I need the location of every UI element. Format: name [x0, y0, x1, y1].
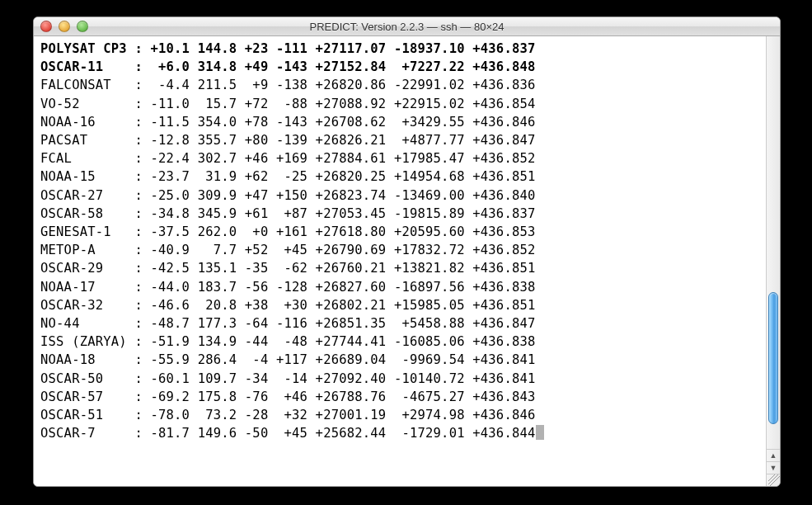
- table-row: OSCAR-7 : -81.7 149.6 -50 +45 +25682.44 …: [40, 424, 764, 442]
- scroll-thumb[interactable]: [768, 292, 778, 424]
- table-row: NO-44 : -48.7 177.3 -64 -116 +26851.35 +…: [40, 314, 764, 333]
- content-area: POLYSAT CP3 : +10.1 144.8 +23 -111 +2711…: [34, 36, 780, 486]
- table-row: ISS (ZARYA) : -51.9 134.9 -44 -48 +27744…: [40, 333, 764, 351]
- terminal-window: PREDICT: Version 2.2.3 — ssh — 80×24 POL…: [33, 17, 781, 487]
- table-row: FCAL : -22.4 302.7 +46 +169 +27884.61 +1…: [40, 149, 764, 168]
- window-title: PREDICT: Version 2.2.3 — ssh — 80×24: [34, 21, 780, 33]
- zoom-icon[interactable]: [77, 21, 88, 32]
- scroll-track[interactable]: [767, 36, 780, 449]
- table-row: METOP-A : -40.9 7.7 +52 +45 +26790.69 +1…: [40, 241, 764, 259]
- table-row: GENESAT-1 : -37.5 262.0 +0 +161 +27618.8…: [40, 223, 764, 241]
- resize-handle[interactable]: [767, 474, 780, 486]
- table-row: OSCAR-58 : -34.8 345.9 +61 +87 +27053.45…: [40, 205, 764, 223]
- scroll-down-icon[interactable]: ▼: [767, 461, 780, 474]
- table-row: OSCAR-29 : -42.5 135.1 -35 -62 +26760.21…: [40, 259, 764, 277]
- close-icon[interactable]: [40, 21, 52, 32]
- table-row: OSCAR-11 : +6.0 314.8 +49 -143 +27152.84…: [40, 58, 764, 76]
- table-row: NOAA-18 : -55.9 286.4 -4 +117 +26689.04 …: [40, 351, 764, 369]
- traffic-lights: [40, 21, 88, 32]
- table-row: NOAA-15 : -23.7 31.9 +62 -25 +26820.25 +…: [40, 168, 764, 186]
- table-row: OSCAR-57 : -69.2 175.8 -76 +46 +26788.76…: [40, 388, 764, 406]
- cursor: [536, 425, 544, 440]
- table-row: POLYSAT CP3 : +10.1 144.8 +23 -111 +2711…: [40, 40, 764, 58]
- scrollbar[interactable]: ▲ ▼: [766, 36, 780, 486]
- table-row: OSCAR-51 : -78.0 73.2 -28 +32 +27001.19 …: [40, 406, 764, 424]
- titlebar[interactable]: PREDICT: Version 2.2.3 — ssh — 80×24: [34, 17, 780, 36]
- table-row: OSCAR-32 : -46.6 20.8 +38 +30 +26802.21 …: [40, 296, 764, 314]
- scroll-up-icon[interactable]: ▲: [767, 449, 780, 461]
- table-row: OSCAR-50 : -60.1 109.7 -34 -14 +27092.40…: [40, 370, 764, 388]
- table-row: VO-52 : -11.0 15.7 +72 -88 +27088.92 +22…: [40, 95, 764, 113]
- minimize-icon[interactable]: [59, 21, 70, 32]
- table-row: PACSAT : -12.8 355.7 +80 -139 +26826.21 …: [40, 131, 764, 149]
- table-row: NOAA-17 : -44.0 183.7 -56 -128 +26827.60…: [40, 278, 764, 296]
- table-row: FALCONSAT : -4.4 211.5 +9 -138 +26820.86…: [40, 76, 764, 94]
- terminal-output[interactable]: POLYSAT CP3 : +10.1 144.8 +23 -111 +2711…: [34, 36, 766, 486]
- table-row: NOAA-16 : -11.5 354.0 +78 -143 +26708.62…: [40, 113, 764, 131]
- table-row: OSCAR-27 : -25.0 309.9 +47 +150 +26823.7…: [40, 186, 764, 205]
